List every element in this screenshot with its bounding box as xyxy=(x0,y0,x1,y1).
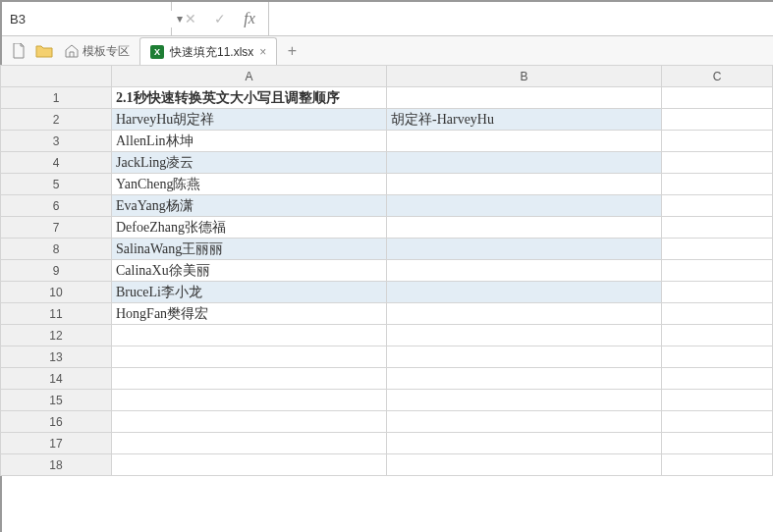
cell[interactable] xyxy=(662,454,773,476)
cell[interactable] xyxy=(662,109,773,131)
fx-icon[interactable]: fx xyxy=(235,2,264,35)
cell[interactable] xyxy=(387,131,662,152)
cell[interactable] xyxy=(662,87,773,109)
table-row: 18 xyxy=(1,454,773,476)
row-header[interactable]: 4 xyxy=(1,152,112,174)
row-header[interactable]: 6 xyxy=(1,195,112,217)
row-header[interactable]: 18 xyxy=(1,454,112,476)
name-box[interactable] xyxy=(8,11,177,27)
cell[interactable] xyxy=(387,411,662,433)
formula-input[interactable] xyxy=(269,2,773,35)
close-icon[interactable]: × xyxy=(259,45,266,59)
cell[interactable] xyxy=(387,87,662,109)
cell[interactable]: CalinaXu徐美丽 xyxy=(112,260,387,282)
table-row: 7DefoeZhang张德福 xyxy=(1,217,773,239)
cell[interactable] xyxy=(387,282,662,303)
row-header[interactable]: 3 xyxy=(1,131,112,152)
cell[interactable]: AllenLin林坤 xyxy=(112,131,387,152)
row-header[interactable]: 5 xyxy=(1,174,112,195)
cell[interactable]: JackLing凌云 xyxy=(112,152,387,174)
cell[interactable] xyxy=(662,325,773,346)
home-icon xyxy=(65,44,79,58)
cell[interactable] xyxy=(662,217,773,239)
select-all-corner[interactable] xyxy=(1,66,112,87)
confirm-icon[interactable]: ✓ xyxy=(205,2,235,35)
workbook-tab[interactable]: X 快速填充11.xlsx × xyxy=(139,37,277,67)
cell[interactable] xyxy=(112,368,387,390)
cell[interactable] xyxy=(387,346,662,368)
table-row: 13 xyxy=(1,346,773,368)
cell[interactable]: EvaYang杨潇 xyxy=(112,195,387,217)
table-row: 16 xyxy=(1,411,773,433)
col-header-c[interactable]: C xyxy=(662,66,773,87)
table-row: 8SalinaWang王丽丽 xyxy=(1,239,773,260)
cell[interactable]: BruceLi李小龙 xyxy=(112,282,387,303)
cell[interactable] xyxy=(112,411,387,433)
cell[interactable] xyxy=(387,239,662,260)
cell[interactable] xyxy=(387,195,662,217)
cell[interactable] xyxy=(662,195,773,217)
cell[interactable] xyxy=(387,325,662,346)
cell[interactable] xyxy=(662,433,773,454)
formula-bar: ▾ ✕ ✓ fx xyxy=(2,2,773,36)
cell[interactable] xyxy=(662,174,773,195)
cell[interactable] xyxy=(387,152,662,174)
cell[interactable] xyxy=(112,325,387,346)
row-header[interactable]: 14 xyxy=(1,368,112,390)
cell[interactable] xyxy=(662,411,773,433)
open-folder-icon[interactable] xyxy=(33,40,55,62)
cell[interactable] xyxy=(387,454,662,476)
row-header[interactable]: 16 xyxy=(1,411,112,433)
cell[interactable] xyxy=(662,131,773,152)
cell[interactable] xyxy=(662,282,773,303)
cell[interactable] xyxy=(387,303,662,325)
cell[interactable] xyxy=(662,346,773,368)
row-header[interactable]: 8 xyxy=(1,239,112,260)
new-file-icon[interactable] xyxy=(8,40,29,62)
row-header[interactable]: 12 xyxy=(1,325,112,346)
row-header[interactable]: 2 xyxy=(1,109,112,131)
cell[interactable] xyxy=(112,454,387,476)
row-header[interactable]: 10 xyxy=(1,282,112,303)
col-header-a[interactable]: A xyxy=(112,66,387,87)
cell[interactable] xyxy=(662,239,773,260)
template-zone-button[interactable]: 模板专区 xyxy=(59,40,136,62)
row-header[interactable]: 11 xyxy=(1,303,112,325)
row-header[interactable]: 17 xyxy=(1,433,112,454)
cell[interactable]: SalinaWang王丽丽 xyxy=(112,239,387,260)
cell[interactable] xyxy=(387,433,662,454)
row-header[interactable]: 1 xyxy=(1,87,112,109)
row-header[interactable]: 7 xyxy=(1,217,112,239)
cell[interactable]: 2.1秒快速转换英文大小写且调整顺序 xyxy=(112,87,387,109)
add-tab-button[interactable]: + xyxy=(281,40,303,62)
cell[interactable]: HarveyHu胡定祥 xyxy=(112,109,387,131)
row-header[interactable]: 13 xyxy=(1,346,112,368)
cell[interactable] xyxy=(387,390,662,411)
cell[interactable] xyxy=(387,174,662,195)
cell[interactable] xyxy=(112,390,387,411)
cell[interactable] xyxy=(112,433,387,454)
cell[interactable]: HongFan樊得宏 xyxy=(112,303,387,325)
cell[interactable] xyxy=(662,303,773,325)
cell[interactable] xyxy=(112,346,387,368)
table-row: 17 xyxy=(1,433,773,454)
cell[interactable] xyxy=(662,260,773,282)
workbook-tab-label: 快速填充11.xlsx xyxy=(170,44,253,61)
table-row: 11HongFan樊得宏 xyxy=(1,303,773,325)
cancel-icon[interactable]: ✕ xyxy=(176,2,205,35)
table-row: 9CalinaXu徐美丽 xyxy=(1,260,773,282)
column-header-row: A B C xyxy=(1,66,773,87)
cell[interactable] xyxy=(662,152,773,174)
col-header-b[interactable]: B xyxy=(387,66,662,87)
cell[interactable] xyxy=(662,390,773,411)
cell[interactable] xyxy=(662,368,773,390)
cell[interactable]: 胡定祥-HarveyHu xyxy=(387,109,662,131)
row-header[interactable]: 15 xyxy=(1,390,112,411)
row-header[interactable]: 9 xyxy=(1,260,112,282)
cell[interactable] xyxy=(387,217,662,239)
cell[interactable] xyxy=(387,368,662,390)
cell[interactable] xyxy=(387,260,662,282)
cell[interactable]: YanCheng陈燕 xyxy=(112,174,387,195)
spreadsheet-grid[interactable]: A B C 12.1秒快速转换英文大小写且调整顺序2HarveyHu胡定祥胡定祥… xyxy=(1,65,773,532)
cell[interactable]: DefoeZhang张德福 xyxy=(112,217,387,239)
